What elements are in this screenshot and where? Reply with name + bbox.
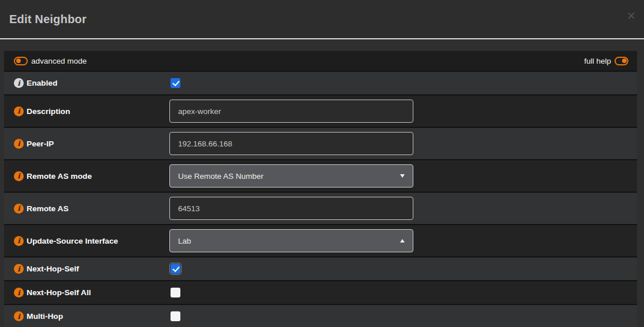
selected-option-label: Lab — [178, 237, 191, 245]
close-icon[interactable]: ✕ — [627, 10, 636, 21]
info-icon[interactable]: i — [14, 236, 24, 246]
field-label: Next-Hop-Self — [27, 264, 79, 273]
toggle-knob — [16, 58, 21, 63]
field-label: Remote AS — [27, 204, 69, 213]
label-cell: iDescription — [4, 106, 169, 116]
info-icon[interactable]: i — [14, 78, 24, 88]
form-row-description: iDescription — [4, 95, 637, 128]
control-cell: Lab — [169, 229, 637, 252]
control-cell — [169, 288, 637, 297]
remote-as-input[interactable] — [169, 197, 413, 220]
full-help-toggle-icon[interactable] — [615, 57, 628, 65]
label-cell: iUpdate-Source Interface — [4, 236, 169, 246]
control-cell — [169, 100, 637, 123]
form-row-remote-as-mode: iRemote AS modeUse Remote AS Number — [4, 160, 637, 193]
multi-hop-checkbox[interactable] — [171, 311, 180, 321]
advanced-mode-control: advanced mode — [14, 57, 87, 65]
help-toolbar: advanced mode full help — [4, 51, 637, 72]
control-cell: Use Remote AS Number — [169, 164, 637, 188]
field-label: Next-Hop-Self All — [27, 288, 91, 297]
form-row-remote-as: iRemote AS — [4, 193, 637, 225]
label-cell: iMulti-Hop — [4, 311, 169, 321]
label-cell: iRemote AS — [4, 204, 169, 214]
info-icon[interactable]: i — [14, 311, 24, 321]
field-label: Update-Source Interface — [27, 237, 118, 245]
description-input[interactable] — [169, 100, 413, 123]
full-help-control: full help — [584, 57, 628, 65]
field-label: Remote AS mode — [27, 172, 92, 181]
update-source-interface-select[interactable]: Lab — [169, 229, 413, 252]
form-rows: iEnablediDescriptioniPeer-IPiRemote AS m… — [4, 72, 637, 327]
chevron-down-icon — [400, 174, 405, 178]
full-help-label: full help — [584, 57, 611, 65]
form-row-peer-ip: iPeer-IP — [4, 128, 637, 160]
info-icon[interactable]: i — [14, 139, 24, 149]
next-hop-self-checkbox[interactable] — [171, 264, 180, 274]
label-cell: iRemote AS mode — [4, 171, 169, 181]
info-icon[interactable]: i — [14, 288, 24, 297]
control-cell — [169, 311, 637, 321]
field-label: Multi-Hop — [27, 312, 63, 321]
control-cell — [169, 132, 637, 155]
label-cell: iNext-Hop-Self — [4, 264, 169, 274]
form-row-multi-hop: iMulti-Hop — [4, 305, 637, 327]
modal-title: Edit Neighbor — [9, 13, 87, 26]
label-cell: iEnabled — [4, 78, 169, 88]
control-cell — [169, 78, 637, 88]
field-label: Description — [27, 107, 70, 116]
info-icon[interactable]: i — [14, 264, 24, 274]
chevron-up-icon — [400, 239, 405, 243]
peer-ip-input[interactable] — [169, 132, 413, 155]
next-hop-self-all-checkbox[interactable] — [171, 288, 180, 297]
enabled-checkbox[interactable] — [171, 78, 180, 88]
edit-neighbor-modal: { "modal": { "title": "Edit Neighbor", "… — [0, 0, 644, 327]
info-icon[interactable]: i — [14, 171, 24, 181]
label-cell: iNext-Hop-Self All — [4, 288, 169, 297]
form-row-next-hop-self: iNext-Hop-Self — [4, 258, 637, 281]
modal-header: Edit Neighbor ✕ — [0, 0, 644, 39]
info-icon[interactable]: i — [14, 106, 24, 116]
info-icon[interactable]: i — [14, 204, 24, 214]
form-row-next-hop-self-all: iNext-Hop-Self All — [4, 281, 637, 305]
remote-as-mode-select[interactable]: Use Remote AS Number — [169, 164, 413, 188]
advanced-mode-label: advanced mode — [31, 57, 87, 65]
toggle-knob — [622, 58, 627, 63]
label-cell: iPeer-IP — [4, 139, 169, 149]
control-cell — [169, 197, 637, 220]
form-row-update-source-interface: iUpdate-Source InterfaceLab — [4, 225, 637, 258]
field-label: Peer-IP — [27, 139, 54, 148]
selected-option-label: Use Remote AS Number — [178, 172, 264, 181]
control-cell — [169, 264, 637, 274]
form-row-enabled: iEnabled — [4, 72, 637, 95]
advanced-mode-toggle-icon[interactable] — [14, 57, 28, 65]
modal-body: advanced mode full help iEnablediDescrip… — [0, 39, 644, 327]
field-label: Enabled — [27, 79, 57, 87]
